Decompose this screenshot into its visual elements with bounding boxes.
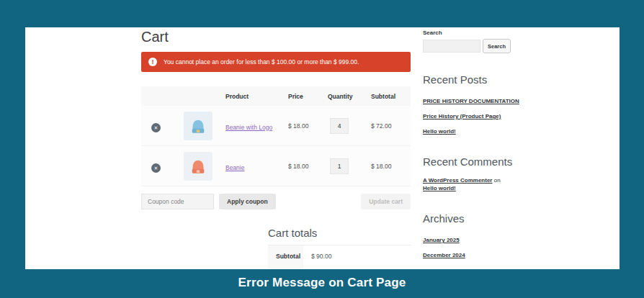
cart-main-column: Cart ! You cannot place an order for les… (141, 29, 411, 269)
archives-list: January 2025 December 2024 (423, 232, 524, 260)
update-cart-button[interactable]: Update cart (361, 194, 411, 209)
search-label: Search (423, 30, 524, 36)
subtotal-value: $ 90.00 (303, 245, 331, 269)
cart-totals-title: Cart totals (268, 227, 411, 240)
product-image[interactable] (184, 112, 213, 140)
cart-table-header-row: Product Price Quantity Subtotal (141, 86, 411, 106)
product-price: $ 18.00 (288, 163, 328, 170)
cart-totals-section: Cart totals Subtotal $ 90.00 (268, 227, 411, 269)
column-header-price: Price (288, 93, 328, 100)
column-header-subtotal: Subtotal (371, 93, 411, 100)
error-message: You cannot place an order for less than … (164, 58, 359, 66)
product-image[interactable] (184, 152, 213, 181)
cart-page: Cart ! You cannot place an order for les… (25, 27, 620, 269)
comment-author-link[interactable]: A WordPress Commenter (423, 177, 492, 184)
line-subtotal: $ 72.00 (371, 122, 411, 130)
beanie-blue-graphic (189, 117, 207, 135)
screenshot-root: { "page": { "caption": "Error Message on… (0, 0, 644, 298)
search-button[interactable]: Search (483, 39, 511, 53)
remove-item-icon[interactable]: ✕ (151, 123, 161, 132)
cart-actions-row: Apply coupon Update cart (141, 194, 411, 209)
recent-comment: A WordPress Commenter on Hello world! (423, 176, 511, 192)
quantity-input[interactable] (330, 118, 349, 134)
recent-comments-title: Recent Comments (423, 155, 524, 168)
archive-link[interactable]: December 2024 (423, 252, 465, 258)
cart-row-beanie: ✕ Beanie $ 18.00 $ 18.00 (141, 146, 411, 186)
recent-posts-list: PRICE HISTORY DOCUMENTATION Price Histor… (423, 93, 524, 136)
quantity-input[interactable] (330, 158, 349, 174)
cart-totals-table: Subtotal $ 90.00 (268, 245, 411, 269)
sidebar: Search Search Recent Posts PRICE HISTORY… (423, 30, 524, 269)
search-widget: Search Search (423, 30, 524, 53)
error-icon: ! (148, 58, 157, 66)
search-input[interactable] (423, 40, 480, 53)
comment-connector: on (494, 177, 501, 184)
caption-text: Error Message on Cart Page (0, 276, 644, 290)
subtotal-label: Subtotal (268, 245, 303, 269)
remove-item-icon[interactable]: ✕ (151, 163, 161, 173)
archive-link[interactable]: January 2025 (423, 237, 460, 243)
column-header-product: Product (223, 93, 288, 100)
column-header-quantity: Quantity (328, 93, 371, 100)
coupon-code-input[interactable] (141, 194, 214, 209)
product-link[interactable]: Beanie with Logo (225, 124, 272, 131)
page-title: Cart (141, 29, 411, 45)
cart-table: Product Price Quantity Subtotal ✕ (141, 86, 411, 186)
recent-post-link[interactable]: Price History (Product Page) (423, 113, 501, 119)
product-price: $ 18.00 (288, 122, 328, 130)
recent-posts-widget: Recent Posts PRICE HISTORY DOCUMENTATION… (423, 73, 524, 136)
recent-post-link[interactable]: Hello world! (423, 128, 456, 135)
recent-comments-widget: Recent Comments A WordPress Commenter on… (423, 155, 524, 192)
archives-widget: Archives January 2025 December 2024 (423, 212, 524, 260)
product-link[interactable]: Beanie (225, 164, 244, 171)
comment-post-link[interactable]: Hello world! (423, 185, 456, 191)
error-banner: ! You cannot place an order for less tha… (141, 52, 411, 72)
apply-coupon-button[interactable]: Apply coupon (219, 194, 276, 209)
cart-row-beanie-with-logo: ✕ Beanie with Logo $ 18.00 $ 72.00 (141, 106, 411, 146)
line-subtotal: $ 18.00 (371, 163, 411, 170)
archives-title: Archives (423, 212, 524, 225)
beanie-coral-graphic (189, 158, 207, 175)
recent-posts-title: Recent Posts (423, 73, 524, 86)
recent-post-link[interactable]: PRICE HISTORY DOCUMENTATION (423, 98, 519, 104)
